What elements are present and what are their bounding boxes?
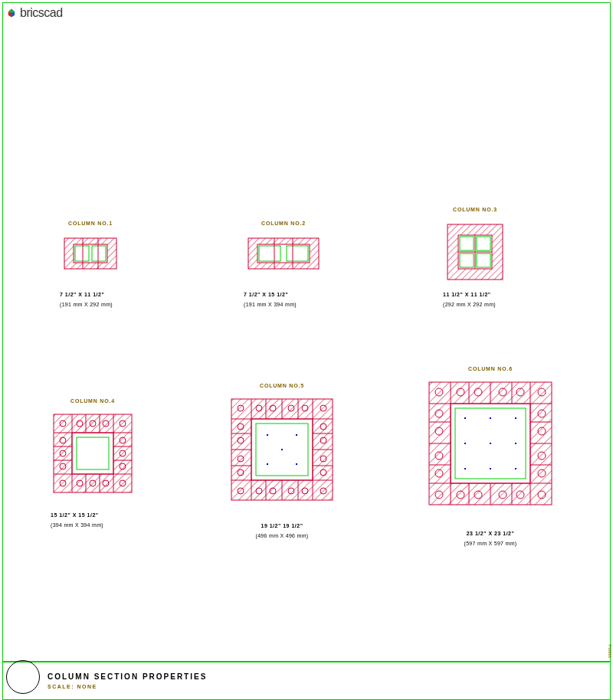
column-dim-metric: (191 mm X 292 mm) xyxy=(60,302,121,307)
column-dim-metric: (496 mm X 496 mm) xyxy=(228,533,336,538)
svg-rect-12 xyxy=(257,244,310,263)
drawing-scale: SCALE: NONE xyxy=(48,684,207,689)
svg-rect-135 xyxy=(515,468,516,469)
svg-rect-132 xyxy=(515,443,516,444)
column-section-3: COLUMN NO.3 11 1/2" X 11 1/2" (292 mm X … xyxy=(443,207,507,307)
column-label: COLUMN NO.1 xyxy=(60,221,121,226)
svg-rect-86 xyxy=(281,449,283,450)
column-dim-imperial: 11 1/2" X 11 1/2" xyxy=(443,292,507,297)
column-section-4: COLUMN NO.4 15 1/2" X 15 xyxy=(51,398,135,528)
column-dim-metric: (292 mm X 292 mm) xyxy=(443,302,507,307)
header-brand: bricscad xyxy=(20,6,63,20)
column-label: COLUMN NO.4 xyxy=(51,398,135,404)
svg-rect-127 xyxy=(464,417,466,419)
title-block: COLUMN SECTION PROPERTIES SCALE: NONE xyxy=(2,662,611,700)
column-label: COLUMN NO.6 xyxy=(426,366,555,371)
column-section-6: COLUMN NO.6 xyxy=(426,366,555,546)
column-dim-imperial: 15 1/2" X 15 1/2" xyxy=(51,512,135,518)
svg-rect-83 xyxy=(296,434,297,436)
app-header: bricscad xyxy=(6,6,63,20)
column-drawing-5 xyxy=(228,396,336,503)
column-dim-imperial: 19 1/2" 19 1/2" xyxy=(228,523,336,528)
svg-rect-28 xyxy=(72,433,113,474)
svg-rect-82 xyxy=(267,434,268,436)
column-section-1: COLUMN NO.1 7 1/2" X 11 1/2" (191 mm X 2… xyxy=(60,221,121,307)
svg-rect-128 xyxy=(490,417,491,419)
svg-rect-129 xyxy=(515,417,516,419)
svg-rect-134 xyxy=(490,468,491,469)
svg-rect-5 xyxy=(74,244,107,263)
column-drawing-3 xyxy=(443,220,507,284)
svg-rect-133 xyxy=(464,468,466,469)
svg-rect-85 xyxy=(296,463,297,465)
column-dim-metric: (191 mm X 394 mm) xyxy=(244,302,323,307)
column-dim-metric: (394 mm X 394 mm) xyxy=(51,522,135,528)
column-dim-imperial: 23 1/2" X 23 1/2" xyxy=(426,531,555,536)
drawing-frame xyxy=(2,2,611,662)
column-drawing-6 xyxy=(426,379,555,508)
column-label: COLUMN NO.2 xyxy=(244,221,323,226)
drawing-title: COLUMN SECTION PROPERTIES xyxy=(48,672,207,681)
column-label: COLUMN NO.3 xyxy=(443,207,507,212)
svg-rect-131 xyxy=(490,443,491,444)
svg-rect-84 xyxy=(267,463,268,465)
column-drawing-2 xyxy=(244,234,323,273)
column-section-5: COLUMN NO.5 19 1/2" 19 1 xyxy=(228,383,336,538)
title-circle-icon xyxy=(6,660,40,694)
column-section-2: COLUMN NO.2 7 1/2" X 15 1/2" (191 mm X 3… xyxy=(244,221,323,307)
column-dim-metric: (597 mm X 597 mm) xyxy=(426,541,555,546)
drawing-code: TN3916 xyxy=(608,644,612,658)
column-drawing-1 xyxy=(60,234,121,273)
column-drawing-4 xyxy=(51,411,135,496)
column-dim-imperial: 7 1/2" X 15 1/2" xyxy=(244,292,323,297)
column-label: COLUMN NO.5 xyxy=(228,383,336,388)
bricscad-logo-icon xyxy=(6,8,17,18)
svg-rect-130 xyxy=(464,443,466,444)
column-dim-imperial: 7 1/2" X 11 1/2" xyxy=(60,292,121,297)
